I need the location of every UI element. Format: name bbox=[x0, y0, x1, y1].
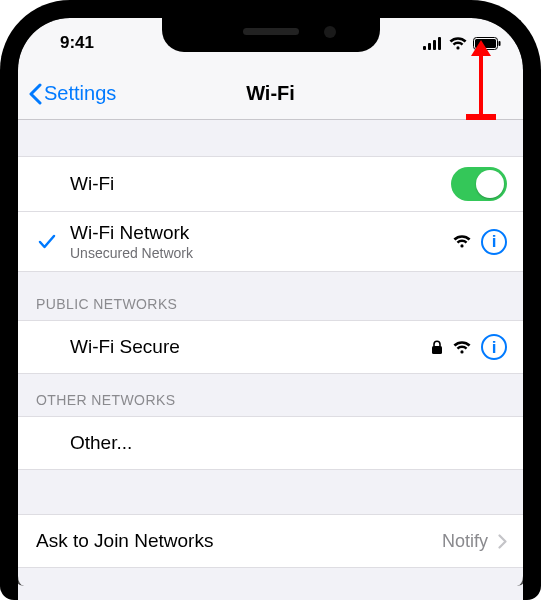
screen: 9:41 bbox=[18, 18, 523, 600]
back-button[interactable]: Settings bbox=[28, 82, 116, 105]
lock-icon bbox=[431, 340, 443, 355]
svg-rect-0 bbox=[423, 46, 426, 50]
wifi-signal-icon bbox=[453, 235, 471, 248]
other-networks-header: Other Networks bbox=[18, 374, 523, 416]
chevron-left-icon bbox=[28, 83, 42, 105]
other-network-label: Other... bbox=[70, 432, 507, 454]
svg-rect-1 bbox=[428, 43, 431, 50]
device-notch bbox=[162, 14, 380, 52]
ask-to-join-value: Notify bbox=[442, 531, 488, 552]
ask-to-join-row[interactable]: Ask to Join Networks Notify bbox=[18, 514, 523, 568]
svg-rect-2 bbox=[433, 40, 436, 50]
ask-to-join-label: Ask to Join Networks bbox=[36, 530, 430, 552]
device-frame: 9:41 bbox=[0, 0, 541, 600]
connected-network-row[interactable]: Wi-Fi Network Unsecured Network i bbox=[18, 212, 523, 272]
svg-rect-5 bbox=[475, 39, 496, 48]
chevron-right-icon bbox=[498, 534, 507, 549]
other-network-row[interactable]: Other... bbox=[18, 416, 523, 470]
wifi-toggle-row[interactable]: Wi-Fi bbox=[18, 156, 523, 212]
notch-camera bbox=[324, 26, 336, 38]
wifi-icon bbox=[449, 37, 467, 50]
back-label: Settings bbox=[44, 82, 116, 105]
svg-rect-7 bbox=[432, 346, 442, 354]
notch-speaker bbox=[243, 28, 299, 35]
svg-rect-3 bbox=[438, 37, 441, 50]
status-right bbox=[423, 37, 501, 50]
checkmark-icon bbox=[36, 234, 58, 250]
settings-list[interactable]: Wi-Fi Wi-Fi Network Unsecured Network bbox=[18, 120, 523, 600]
wifi-toggle-label: Wi-Fi bbox=[70, 173, 439, 195]
battery-icon bbox=[473, 37, 501, 50]
svg-rect-6 bbox=[499, 41, 501, 46]
info-button[interactable]: i bbox=[481, 334, 507, 360]
info-button[interactable]: i bbox=[481, 229, 507, 255]
connected-network-name: Wi-Fi Network bbox=[70, 222, 441, 244]
connected-network-subtitle: Unsecured Network bbox=[70, 245, 441, 261]
wifi-toggle[interactable] bbox=[451, 167, 507, 201]
public-network-row[interactable]: Wi-Fi Secure i bbox=[18, 320, 523, 374]
nav-bar: Settings Wi-Fi bbox=[18, 68, 523, 120]
cellular-icon bbox=[423, 37, 443, 50]
status-time: 9:41 bbox=[56, 33, 94, 53]
public-network-name: Wi-Fi Secure bbox=[70, 336, 419, 358]
wifi-signal-icon bbox=[453, 341, 471, 354]
public-networks-header: Public Networks bbox=[18, 272, 523, 320]
